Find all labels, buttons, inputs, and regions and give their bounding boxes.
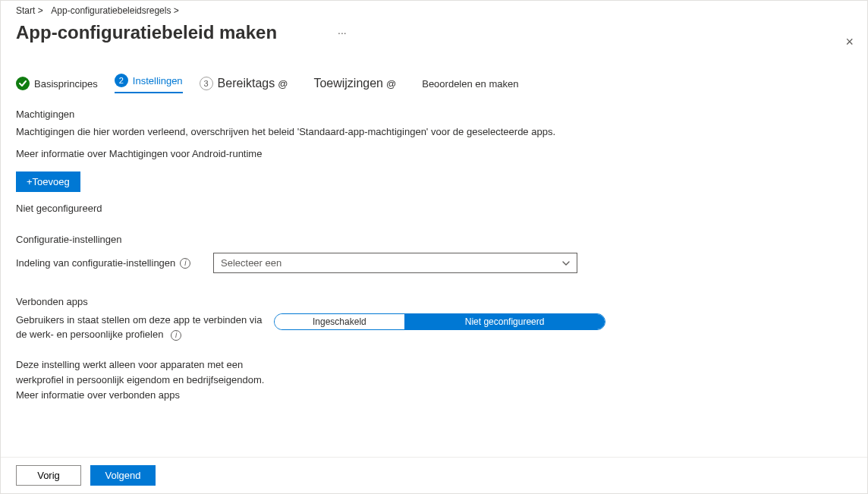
previous-button[interactable]: Vorig: [16, 465, 81, 486]
permissions-status: Niet geconfigureerd: [16, 203, 852, 214]
step-basics[interactable]: Basisprincipes: [16, 77, 98, 90]
config-format-select[interactable]: Selecteer een: [213, 253, 577, 273]
step-scope-tags[interactable]: 3 Bereiktags @: [200, 77, 288, 90]
connected-apps-toggle[interactable]: Ingeschakeld Niet geconfigureerd: [274, 313, 605, 330]
breadcrumb: Start > App-configuratiebeleidsregels >: [1, 1, 867, 16]
step-review[interactable]: Beoordelen en maken: [422, 78, 518, 90]
breadcrumb-policies[interactable]: App-configuratiebeleidsregels >: [51, 5, 178, 16]
info-icon[interactable]: i: [171, 330, 181, 341]
checkmark-icon: [16, 77, 30, 90]
add-permission-button[interactable]: +Toevoeg: [16, 171, 80, 192]
step-label: Basisprincipes: [34, 78, 98, 90]
permissions-heading: Machtigingen: [16, 109, 852, 120]
connected-apps-label: Gebruikers in staat stellen om deze app …: [16, 314, 262, 340]
step-number-badge: 2: [115, 74, 128, 87]
config-format-label: Indeling van configuratie-instellingen: [16, 257, 175, 269]
breadcrumb-home[interactable]: Start >: [16, 5, 43, 16]
connected-apps-heading: Verbonden apps: [16, 296, 852, 307]
toggle-option-enabled[interactable]: Ingeschakeld: [275, 314, 404, 329]
step-settings[interactable]: 2 Instellingen: [115, 74, 183, 93]
connected-apps-note: Deze instelling werkt alleen voor appara…: [16, 357, 274, 403]
chevron-down-icon: [562, 260, 570, 267]
toggle-option-not-configured[interactable]: Niet geconfigureerd: [404, 314, 605, 329]
more-actions-icon[interactable]: ···: [338, 27, 347, 39]
page-title: App-configuratiebeleid maken: [16, 22, 277, 43]
info-icon[interactable]: i: [180, 258, 190, 269]
step-assignments[interactable]: Toewijzingen @: [313, 77, 396, 90]
close-icon[interactable]: ×: [845, 34, 854, 50]
at-marker: @: [386, 78, 396, 90]
select-placeholder: Selecteer een: [221, 257, 281, 269]
step-label: Toewijzingen: [313, 77, 383, 90]
step-label: Instellingen: [133, 75, 183, 87]
permissions-learn-more-link[interactable]: Meer informatie over Machtigingen voor A…: [16, 148, 852, 159]
step-label: Bereiktags: [218, 77, 275, 90]
permissions-description: Machtigingen die hier worden verleend, o…: [16, 126, 852, 137]
wizard-progress: Basisprincipes 2 Instellingen 3 Bereikta…: [1, 58, 867, 105]
next-button[interactable]: Volgend: [90, 465, 156, 486]
wizard-footer: Vorig Volgend: [1, 457, 867, 493]
step-number-badge: 3: [200, 77, 213, 90]
at-marker: @: [278, 78, 288, 90]
config-settings-heading: Configuratie-instellingen: [16, 234, 852, 245]
step-label: Beoordelen en maken: [422, 78, 518, 90]
